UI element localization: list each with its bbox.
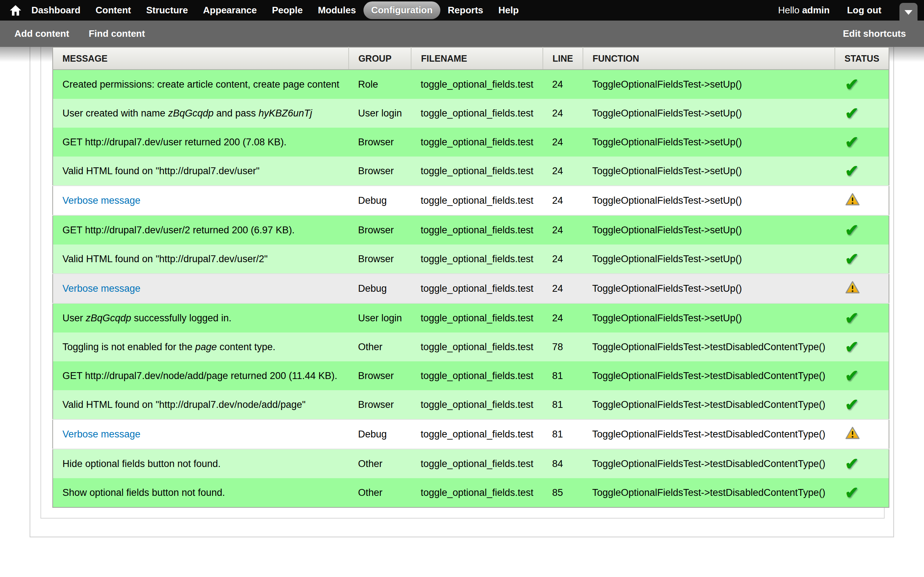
admin-toolbar: DashboardContentStructureAppearancePeopl… bbox=[0, 0, 924, 21]
message-cell: Hide optional fields button not found. bbox=[53, 449, 349, 478]
function-cell: ToggleOptionalFieldsTest->testDisabledCo… bbox=[583, 332, 835, 361]
menu-item-content[interactable]: Content bbox=[88, 2, 139, 19]
shortcut-bar: Add contentFind content Edit shortcuts bbox=[0, 21, 924, 47]
line-cell: 81 bbox=[543, 419, 583, 449]
message-cell: GET http://drupal7.dev/node/add/page ret… bbox=[53, 361, 349, 390]
function-cell: ToggleOptionalFieldsTest->testDisabledCo… bbox=[583, 449, 835, 478]
line-cell: 24 bbox=[543, 215, 583, 245]
menu-item-modules[interactable]: Modules bbox=[310, 2, 363, 19]
table-row: Valid HTML found on "http://drupal7.dev/… bbox=[53, 245, 889, 274]
verbose-message-link[interactable]: Verbose message bbox=[63, 283, 141, 294]
edit-shortcuts-link[interactable]: Edit shortcuts bbox=[843, 28, 906, 39]
status-cell: ✔ bbox=[835, 361, 889, 390]
message-cell: GET http://drupal7.dev/user/2 returned 2… bbox=[53, 215, 349, 245]
group-cell: Debug bbox=[349, 274, 412, 303]
menu-item-people[interactable]: People bbox=[264, 2, 310, 19]
function-cell: ToggleOptionalFieldsTest->setUp() bbox=[583, 215, 835, 245]
filename-cell: toggle_optional_fields.test bbox=[411, 99, 543, 128]
group-cell: User login bbox=[349, 303, 412, 332]
toolbar-toggle-button[interactable] bbox=[900, 3, 918, 21]
toolbar-account-links: Hello admin Log out bbox=[778, 0, 881, 21]
filename-cell: toggle_optional_fields.test bbox=[411, 478, 543, 508]
table-row: Created permissions: create article cont… bbox=[53, 69, 889, 99]
message-cell: Valid HTML found on "http://drupal7.dev/… bbox=[53, 156, 349, 186]
check-icon: ✔ bbox=[845, 367, 859, 384]
group-cell: Role bbox=[349, 69, 412, 99]
message-cell: Valid HTML found on "http://drupal7.dev/… bbox=[53, 390, 349, 419]
line-cell: 24 bbox=[543, 99, 583, 128]
verbose-message-link[interactable]: Verbose message bbox=[63, 195, 141, 206]
message-cell: Verbose message bbox=[53, 186, 349, 215]
table-row: Hide optional fields button not found. O… bbox=[53, 449, 889, 478]
message-cell: Valid HTML found on "http://drupal7.dev/… bbox=[53, 245, 349, 274]
menu-item-reports[interactable]: Reports bbox=[440, 2, 491, 19]
status-cell bbox=[835, 274, 889, 303]
menu-item-dashboard[interactable]: Dashboard bbox=[24, 2, 88, 19]
message-cell: Show optional fields button not found. bbox=[53, 478, 349, 508]
group-cell: Browser bbox=[349, 215, 412, 245]
check-icon: ✔ bbox=[845, 484, 859, 501]
col-header-line: LINE bbox=[543, 47, 583, 69]
verbose-message-link[interactable]: Verbose message bbox=[63, 429, 141, 440]
hello-user-text: Hello admin bbox=[778, 5, 830, 16]
message-cell: GET http://drupal7.dev/user returned 200… bbox=[53, 128, 349, 156]
message-cell: User created with name zBqGcqdp and pass… bbox=[53, 99, 349, 128]
line-cell: 24 bbox=[543, 156, 583, 186]
group-cell: Browser bbox=[349, 156, 412, 186]
status-cell: ✔ bbox=[835, 390, 889, 419]
menu-item-configuration[interactable]: Configuration bbox=[363, 2, 440, 19]
logout-link[interactable]: Log out bbox=[847, 5, 881, 16]
status-cell bbox=[835, 419, 889, 449]
menu-item-appearance[interactable]: Appearance bbox=[195, 2, 265, 19]
line-cell: 24 bbox=[543, 274, 583, 303]
function-cell: ToggleOptionalFieldsTest->setUp() bbox=[583, 303, 835, 332]
filename-cell: toggle_optional_fields.test bbox=[411, 215, 543, 245]
function-cell: ToggleOptionalFieldsTest->setUp() bbox=[583, 69, 835, 99]
table-row: Valid HTML found on "http://drupal7.dev/… bbox=[53, 156, 889, 186]
group-cell: Debug bbox=[349, 419, 412, 449]
group-cell: User login bbox=[349, 99, 412, 128]
check-icon: ✔ bbox=[845, 163, 859, 179]
table-row: Verbose message Debug toggle_optional_fi… bbox=[53, 419, 889, 449]
function-cell: ToggleOptionalFieldsTest->testDisabledCo… bbox=[583, 419, 835, 449]
check-icon: ✔ bbox=[845, 310, 859, 326]
status-cell: ✔ bbox=[835, 245, 889, 274]
function-cell: ToggleOptionalFieldsTest->setUp() bbox=[583, 245, 835, 274]
menu-item-structure[interactable]: Structure bbox=[139, 2, 195, 19]
status-cell: ✔ bbox=[835, 449, 889, 478]
table-row: User zBqGcqdp successfully logged in. Us… bbox=[53, 303, 889, 332]
chevron-down-icon bbox=[905, 10, 913, 15]
check-icon: ✔ bbox=[845, 134, 859, 150]
status-cell: ✔ bbox=[835, 215, 889, 245]
col-header-function: FUNCTION bbox=[583, 47, 835, 69]
shortcut-link-add-content[interactable]: Add content bbox=[15, 28, 69, 39]
table-row: GET http://drupal7.dev/user/2 returned 2… bbox=[53, 215, 889, 245]
warning-icon bbox=[845, 280, 860, 294]
check-icon: ✔ bbox=[845, 251, 859, 267]
status-cell: ✔ bbox=[835, 69, 889, 99]
home-icon[interactable] bbox=[10, 5, 22, 16]
function-cell: ToggleOptionalFieldsTest->setUp() bbox=[583, 99, 835, 128]
col-header-status: STATUS bbox=[835, 47, 889, 69]
function-cell: ToggleOptionalFieldsTest->testDisabledCo… bbox=[583, 478, 835, 508]
shortcut-link-find-content[interactable]: Find content bbox=[89, 28, 145, 39]
status-cell: ✔ bbox=[835, 478, 889, 508]
filename-cell: toggle_optional_fields.test bbox=[411, 245, 543, 274]
toolbar-menu: DashboardContentStructureAppearancePeopl… bbox=[24, 2, 526, 19]
group-cell: Other bbox=[349, 332, 412, 361]
group-cell: Browser bbox=[349, 245, 412, 274]
line-cell: 24 bbox=[543, 69, 583, 99]
test-results-table: MESSAGE GROUP FILENAME LINE FUNCTION STA… bbox=[52, 47, 889, 508]
filename-cell: toggle_optional_fields.test bbox=[411, 69, 543, 99]
username: admin bbox=[802, 5, 830, 16]
line-cell: 24 bbox=[543, 303, 583, 332]
status-cell bbox=[835, 186, 889, 215]
check-icon: ✔ bbox=[845, 76, 859, 93]
line-cell: 84 bbox=[543, 449, 583, 478]
menu-item-help[interactable]: Help bbox=[491, 2, 526, 19]
function-cell: ToggleOptionalFieldsTest->testDisabledCo… bbox=[583, 361, 835, 390]
status-cell: ✔ bbox=[835, 332, 889, 361]
filename-cell: toggle_optional_fields.test bbox=[411, 128, 543, 156]
line-cell: 81 bbox=[543, 361, 583, 390]
filename-cell: toggle_optional_fields.test bbox=[411, 361, 543, 390]
